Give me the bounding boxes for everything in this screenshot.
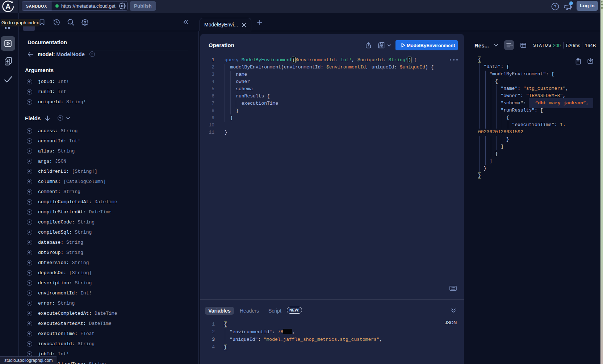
svg-text:A: A: [5, 3, 11, 10]
svg-text:?: ?: [554, 4, 557, 9]
